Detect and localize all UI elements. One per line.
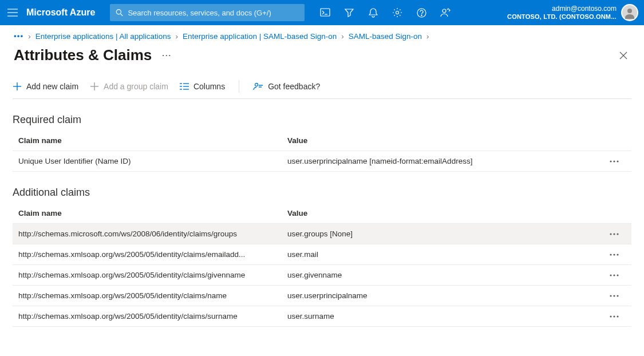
search-input[interactable] <box>128 9 299 17</box>
command-bar: Add new claim Add a group claim Columns … <box>13 80 631 99</box>
breadcrumb: ••• › Enterprise applications | All appl… <box>0 25 644 41</box>
row-more-icon[interactable] <box>603 233 626 235</box>
table-row[interactable]: http://schemas.xmlsoap.org/ws/2005/05/id… <box>13 286 631 306</box>
svg-point-32 <box>613 254 615 255</box>
row-more-icon[interactable] <box>603 295 626 297</box>
svg-point-36 <box>617 274 618 276</box>
svg-point-34 <box>610 274 611 276</box>
row-more-icon[interactable] <box>603 274 626 276</box>
svg-point-27 <box>617 160 618 162</box>
header-claim-name: Claim name <box>18 209 287 217</box>
table-row[interactable]: http://schemas.xmlsoap.org/ws/2005/05/id… <box>13 306 631 327</box>
add-new-claim-label: Add new claim <box>26 82 78 91</box>
top-header: Microsoft Azure admin@contoso.com CONTOS… <box>0 0 644 25</box>
svg-point-33 <box>617 254 618 255</box>
table-header: Claim name Value <box>13 203 631 224</box>
chevron-right-icon: › <box>426 32 429 41</box>
avatar[interactable] <box>621 4 638 21</box>
header-utility-icons <box>314 0 457 25</box>
table-row[interactable]: Unique User Identifier (Name ID) user.us… <box>13 151 631 172</box>
add-group-claim-button: Add a group claim <box>90 82 168 91</box>
cell-claim-name: http://schemas.xmlsoap.org/ws/2005/05/id… <box>18 250 287 259</box>
cell-claim-value: user.givenname <box>287 271 603 279</box>
svg-point-9 <box>421 15 422 15</box>
add-group-claim-label: Add a group claim <box>104 82 168 91</box>
svg-point-35 <box>613 274 615 276</box>
cell-claim-value: user.groups [None] <box>287 230 603 238</box>
search-icon <box>116 9 123 17</box>
svg-rect-5 <box>321 9 330 16</box>
row-more-icon[interactable] <box>603 254 626 256</box>
svg-point-37 <box>610 295 611 296</box>
chevron-right-icon: › <box>28 32 31 41</box>
svg-point-30 <box>617 233 618 235</box>
svg-point-42 <box>617 315 618 317</box>
cloud-shell-icon[interactable] <box>314 0 337 25</box>
svg-line-4 <box>121 14 123 16</box>
cell-claim-value: user.surname <box>287 312 603 321</box>
svg-point-39 <box>617 295 618 296</box>
account-info[interactable]: admin@contoso.com CONTOSO, LTD. (CONTOSO… <box>507 4 639 21</box>
got-feedback-label: Got feedback? <box>268 82 320 91</box>
cell-claim-name: Unique User Identifier (Name ID) <box>18 157 287 165</box>
help-icon[interactable] <box>410 0 433 25</box>
page-title-row: Attributes & Claims ··· <box>0 41 644 64</box>
svg-point-10 <box>442 9 446 13</box>
content-scroll-area[interactable]: Required claim Claim name Value Unique U… <box>0 99 644 337</box>
header-claim-name: Claim name <box>18 136 287 145</box>
svg-point-38 <box>613 295 615 296</box>
required-claim-title: Required claim <box>13 114 631 126</box>
cell-claim-name: http://schemas.xmlsoap.org/ws/2005/05/id… <box>18 291 287 300</box>
add-new-claim-button[interactable]: Add new claim <box>13 82 78 91</box>
svg-point-25 <box>610 160 611 162</box>
svg-point-40 <box>610 315 611 317</box>
title-more-icon[interactable]: ··· <box>162 51 172 60</box>
table-row[interactable]: http://schemas.xmlsoap.org/ws/2005/05/id… <box>13 244 631 265</box>
chevron-right-icon: › <box>176 32 179 41</box>
directory-filter-icon[interactable] <box>338 0 361 25</box>
svg-point-26 <box>613 160 615 162</box>
svg-point-11 <box>627 9 632 13</box>
cell-claim-name: http://schemas.microsoft.com/ws/2008/06/… <box>18 230 287 238</box>
page-title: Attributes & Claims <box>14 46 152 64</box>
breadcrumb-item-1[interactable]: Enterprise applications | All applicatio… <box>35 32 171 41</box>
table-row[interactable]: http://schemas.xmlsoap.org/ws/2005/05/id… <box>13 265 631 286</box>
settings-gear-icon[interactable] <box>386 0 409 25</box>
account-email: admin@contoso.com <box>507 5 617 13</box>
breadcrumb-item-2[interactable]: Enterprise application | SAML-based Sign… <box>183 32 337 41</box>
row-more-icon[interactable] <box>603 160 626 163</box>
additional-claims-section: Additional claims Claim name Value http:… <box>0 172 644 327</box>
cell-claim-name: http://schemas.xmlsoap.org/ws/2005/05/id… <box>18 312 287 321</box>
row-more-icon[interactable] <box>603 315 626 318</box>
additional-claims-title: Additional claims <box>13 187 631 199</box>
breadcrumb-overflow[interactable]: ••• <box>14 32 23 41</box>
cell-claim-value: user.userprincipalname [nameid-format:em… <box>287 157 603 165</box>
svg-point-28 <box>610 233 611 235</box>
columns-button[interactable]: Columns <box>180 82 225 91</box>
feedback-person-icon[interactable] <box>434 0 457 25</box>
hamburger-menu-button[interactable] <box>2 0 23 25</box>
header-value: Value <box>287 209 603 217</box>
cell-claim-value: user.userprincipalname <box>287 291 603 300</box>
table-row[interactable]: http://schemas.microsoft.com/ws/2008/06/… <box>13 224 631 244</box>
got-feedback-button[interactable]: Got feedback? <box>253 82 320 91</box>
command-separator <box>239 80 239 93</box>
svg-point-29 <box>613 233 615 235</box>
breadcrumb-item-3[interactable]: SAML-based Sign-on <box>349 32 422 41</box>
svg-point-31 <box>610 254 611 255</box>
svg-point-24 <box>255 84 258 86</box>
chevron-right-icon: › <box>341 32 344 41</box>
cell-claim-name: http://schemas.xmlsoap.org/ws/2005/05/id… <box>18 271 287 279</box>
header-value: Value <box>287 136 603 145</box>
close-blade-button[interactable] <box>619 51 631 60</box>
columns-label: Columns <box>193 82 225 91</box>
required-claim-section: Required claim Claim name Value Unique U… <box>0 99 644 172</box>
global-search[interactable] <box>110 4 305 21</box>
svg-point-3 <box>117 10 121 14</box>
account-tenant: CONTOSO, LTD. (CONTOSO.ONM... <box>507 13 617 21</box>
table-header: Claim name Value <box>13 130 631 151</box>
required-claim-table: Claim name Value Unique User Identifier … <box>13 130 631 172</box>
brand-label[interactable]: Microsoft Azure <box>26 7 95 18</box>
notifications-icon[interactable] <box>362 0 385 25</box>
additional-claims-table: Claim name Value http://schemas.microsof… <box>13 203 631 327</box>
